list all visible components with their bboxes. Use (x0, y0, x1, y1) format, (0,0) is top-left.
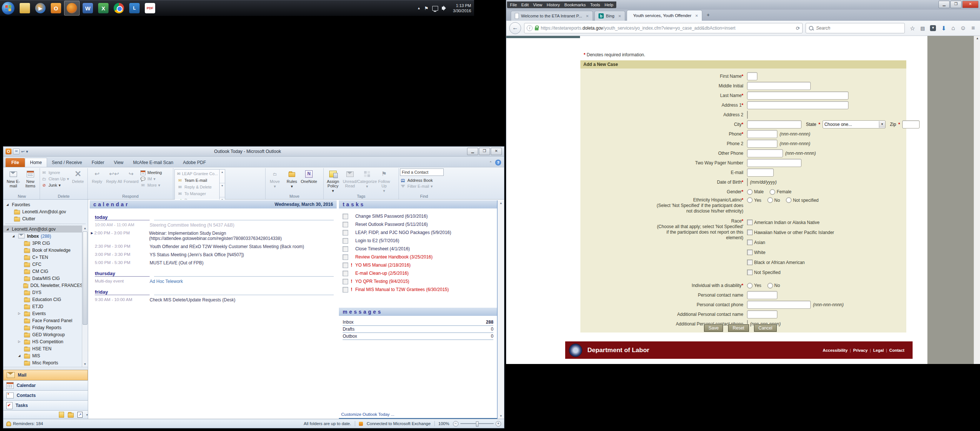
folder-item[interactable]: DOL Newletter, FRANCES, a (3, 282, 88, 289)
zoom-level[interactable]: 100% (439, 421, 449, 426)
checkbox[interactable] (747, 250, 752, 255)
task-checkbox[interactable] (343, 246, 348, 252)
race-option[interactable]: Asian (747, 239, 765, 246)
form-text-input[interactable] (747, 130, 777, 138)
task-checkbox[interactable] (343, 271, 348, 276)
more-button[interactable]: ✉ More▾ (140, 183, 162, 188)
tab-view[interactable]: View (109, 158, 128, 167)
city-input[interactable] (747, 120, 802, 129)
zoom-slider-thumb[interactable] (476, 421, 479, 426)
taskbar-word-button[interactable]: W (80, 1, 95, 15)
quick-step-item[interactable]: Reply & Delete (177, 184, 217, 189)
favorites-header[interactable]: ◢ Favorites (3, 201, 88, 208)
home-icon[interactable]: ⌂ (951, 25, 955, 32)
form-text-input[interactable] (747, 159, 802, 167)
disability-option[interactable]: Yes (747, 283, 762, 288)
address-book-button[interactable]: 🕮 Address Book (400, 178, 433, 183)
folder-item[interactable]: CFC (3, 261, 88, 268)
new-email-button[interactable]: New E-mail (5, 169, 21, 188)
footer-link[interactable]: Accessibility (822, 348, 853, 353)
find-a-contact-input[interactable]: Find a Contact (400, 169, 444, 176)
delete-button[interactable]: ✕ Delete (70, 169, 86, 184)
scrollbar-thumb[interactable] (83, 231, 88, 325)
message-folder-row[interactable]: Outbox 0 (343, 333, 493, 340)
folder-item[interactable]: Data/MIS CIG (3, 275, 88, 282)
menu-item[interactable]: Tools (590, 3, 600, 7)
ethnicity-option[interactable]: Yes (747, 197, 762, 203)
outlook-restore-button[interactable]: ❐ (479, 148, 490, 155)
url-bar[interactable]: i https://testetareports.doleta.gov/yout… (524, 23, 803, 33)
calendar-event[interactable]: Multi-day event Ad Hoc Telework (90, 279, 337, 284)
firefox-close-button[interactable]: ✕ (962, 1, 978, 8)
taskbar-excel-button[interactable]: X (96, 1, 111, 15)
task-item[interactable]: ! YO QPR Testing (9/4/2015) (343, 277, 497, 285)
folder-item[interactable]: Book of Knowledge (3, 247, 88, 254)
tab-folder[interactable]: Folder (87, 158, 109, 167)
collapse-arrow-icon[interactable]: ◢ (6, 203, 10, 206)
radio-button[interactable] (747, 283, 752, 288)
configure-buttons-icon[interactable]: ▾ (86, 413, 88, 417)
im-button[interactable]: 💬 IM▾ (140, 176, 162, 181)
race-option[interactable]: White (747, 248, 765, 256)
task-item[interactable]: Reset Outlook Password (5/11/2016) (343, 220, 497, 229)
tray-expand-icon[interactable]: ▲ (417, 6, 420, 10)
radio-button[interactable] (767, 283, 773, 288)
network-icon[interactable] (432, 6, 438, 11)
form-text-input[interactable] (747, 178, 748, 186)
radio-button[interactable] (770, 189, 775, 195)
folder-item[interactable]: Friday Reports (3, 324, 88, 331)
task-checkbox[interactable] (343, 262, 348, 268)
connection-status[interactable]: Connected to Microsoft Exchange (367, 421, 431, 426)
site-info-icon[interactable]: i (527, 25, 533, 31)
tab-close-icon[interactable]: ✕ (586, 14, 589, 18)
favorite-item[interactable]: Clutter (3, 215, 88, 222)
ethnicity-option[interactable]: Not specified (786, 197, 819, 203)
notes-icon[interactable] (59, 412, 64, 418)
checkbox[interactable] (747, 219, 752, 225)
start-button[interactable] (2, 2, 15, 15)
reminders-count[interactable]: Reminders: 184 (13, 421, 43, 426)
race-option[interactable]: Not Specified (747, 269, 780, 276)
race-option[interactable]: Black or African American (747, 258, 805, 266)
task-item[interactable]: Login to E2 (5/7/2016) (343, 237, 497, 245)
form-text-input[interactable] (747, 140, 777, 148)
gender-option[interactable]: Female (770, 189, 791, 195)
race-option[interactable]: American Indian or Alaska Native (747, 218, 819, 226)
search-bar[interactable] (805, 23, 905, 33)
hamburger-menu-icon[interactable]: ≡ (972, 25, 975, 32)
volume-icon[interactable] (442, 7, 444, 10)
search-input[interactable] (816, 25, 902, 31)
clean-up-button[interactable]: 🗀 Clean Up▾ (41, 176, 69, 181)
message-folder-row[interactable]: Drafts 0 (343, 326, 493, 333)
message-folder-row[interactable]: Inbox 288 (343, 319, 493, 326)
menu-item[interactable]: Edit (522, 3, 529, 7)
footer-link[interactable]: Legal (873, 348, 889, 353)
menu-item[interactable]: File (510, 3, 517, 7)
url-text[interactable]: https://testetareports.doleta.gov/youth_… (541, 25, 794, 31)
folder-item[interactable]: DYS (3, 289, 88, 296)
outlook-minimize-button[interactable]: ▁ (467, 148, 478, 155)
new-tab-button[interactable]: + (704, 12, 713, 21)
form-text-input[interactable] (747, 301, 811, 309)
zoom-in-icon[interactable]: + (496, 421, 501, 426)
folder-item[interactable]: Education CIG (3, 296, 88, 303)
page-scrollbar[interactable]: ▲ (974, 36, 980, 364)
form-text-input[interactable] (747, 291, 777, 299)
form-text-input[interactable] (747, 111, 748, 119)
unread-read-button[interactable]: Unread/ Read (342, 169, 358, 188)
reply-all-button[interactable]: ↩↩ Reply All (106, 169, 122, 184)
folder-list-icon[interactable] (68, 413, 74, 418)
form-text-input[interactable] (747, 91, 848, 100)
folder-item[interactable]: Misc Reports (3, 359, 88, 366)
task-checkbox[interactable] (343, 238, 348, 243)
downloads-icon[interactable]: ⬇ (941, 25, 946, 32)
radio-button[interactable] (767, 197, 773, 203)
state-select[interactable]: Choose one... ▼ (822, 120, 886, 129)
tab-home[interactable]: Home (25, 158, 47, 167)
calendar-event[interactable]: 5:00 PM - 5:30 PM MUST LEAVE (Out of FPB… (90, 260, 337, 266)
task-checkbox[interactable] (343, 287, 348, 293)
task-checkbox[interactable] (343, 222, 348, 227)
zip-input[interactable] (902, 120, 920, 129)
account-root[interactable]: ◢ Leonetti.Ann@dol.gov (3, 226, 88, 232)
forward-button[interactable]: ↪ Forward (123, 169, 139, 184)
